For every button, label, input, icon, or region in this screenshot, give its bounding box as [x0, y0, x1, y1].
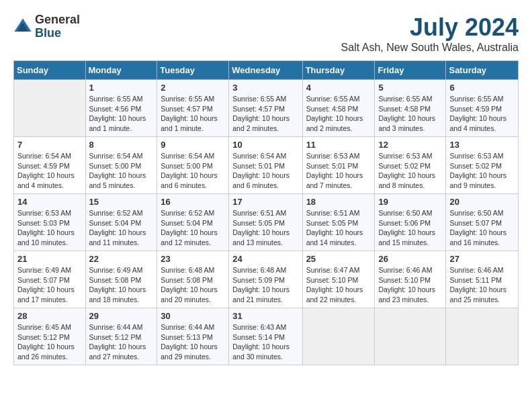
day-number: 7 [17, 140, 82, 150]
day-info: Sunrise: 6:55 AM Sunset: 4:56 PM Dayligh… [89, 94, 154, 134]
day-info: Sunrise: 6:55 AM Sunset: 4:57 PM Dayligh… [232, 94, 298, 134]
day-number: 24 [232, 254, 298, 264]
calendar-cell: 29Sunrise: 6:44 AM Sunset: 5:12 PM Dayli… [85, 308, 157, 365]
calendar-cell [302, 308, 375, 365]
calendar-cell: 15Sunrise: 6:52 AM Sunset: 5:04 PM Dayli… [85, 194, 157, 251]
logo-general: General [35, 13, 80, 27]
day-number: 19 [378, 197, 442, 207]
day-number: 11 [306, 140, 371, 150]
month-title: July 2024 [341, 13, 519, 42]
day-number: 26 [378, 254, 442, 264]
calendar-cell: 16Sunrise: 6:52 AM Sunset: 5:04 PM Dayli… [157, 194, 229, 251]
logo-text: General Blue [35, 13, 80, 40]
calendar-cell: 27Sunrise: 6:46 AM Sunset: 5:11 PM Dayli… [446, 251, 519, 308]
day-info: Sunrise: 6:43 AM Sunset: 5:14 PM Dayligh… [232, 322, 298, 362]
day-info: Sunrise: 6:48 AM Sunset: 5:08 PM Dayligh… [161, 265, 225, 305]
day-number: 8 [89, 140, 154, 150]
day-info: Sunrise: 6:45 AM Sunset: 5:12 PM Dayligh… [17, 322, 82, 362]
calendar-cell: 21Sunrise: 6:49 AM Sunset: 5:07 PM Dayli… [14, 251, 86, 308]
page-header: General Blue July 2024 Salt Ash, New Sou… [13, 13, 519, 54]
calendar-cell: 28Sunrise: 6:45 AM Sunset: 5:12 PM Dayli… [14, 308, 86, 365]
header-monday: Monday [85, 61, 157, 80]
calendar-cell: 17Sunrise: 6:51 AM Sunset: 5:05 PM Dayli… [229, 194, 302, 251]
calendar-cell: 7Sunrise: 6:54 AM Sunset: 4:59 PM Daylig… [14, 137, 86, 194]
day-info: Sunrise: 6:54 AM Sunset: 4:59 PM Dayligh… [17, 151, 82, 191]
header-wednesday: Wednesday [229, 61, 302, 80]
day-number: 30 [161, 311, 225, 321]
week-row-3: 14Sunrise: 6:53 AM Sunset: 5:03 PM Dayli… [14, 194, 519, 251]
calendar-cell: 25Sunrise: 6:47 AM Sunset: 5:10 PM Dayli… [302, 251, 375, 308]
day-info: Sunrise: 6:52 AM Sunset: 5:04 PM Dayligh… [161, 208, 225, 248]
day-info: Sunrise: 6:49 AM Sunset: 5:07 PM Dayligh… [17, 265, 82, 305]
logo-blue: Blue [35, 27, 80, 40]
day-number: 29 [89, 311, 154, 321]
day-number: 17 [232, 197, 298, 207]
calendar-table: SundayMondayTuesdayWednesdayThursdayFrid… [13, 60, 519, 365]
calendar-cell: 13Sunrise: 6:53 AM Sunset: 5:02 PM Dayli… [446, 137, 519, 194]
day-number: 13 [449, 140, 515, 150]
calendar-cell: 2Sunrise: 6:55 AM Sunset: 4:57 PM Daylig… [157, 80, 229, 137]
header-friday: Friday [375, 61, 446, 80]
day-info: Sunrise: 6:51 AM Sunset: 5:05 PM Dayligh… [306, 208, 371, 248]
day-number: 14 [17, 197, 82, 207]
calendar-cell: 3Sunrise: 6:55 AM Sunset: 4:57 PM Daylig… [229, 80, 302, 137]
header-tuesday: Tuesday [157, 61, 229, 80]
calendar-cell: 5Sunrise: 6:55 AM Sunset: 4:58 PM Daylig… [375, 80, 446, 137]
title-block: July 2024 Salt Ash, New South Wales, Aus… [341, 13, 519, 54]
calendar-cell: 23Sunrise: 6:48 AM Sunset: 5:08 PM Dayli… [157, 251, 229, 308]
week-row-2: 7Sunrise: 6:54 AM Sunset: 4:59 PM Daylig… [14, 137, 519, 194]
calendar-cell: 10Sunrise: 6:54 AM Sunset: 5:01 PM Dayli… [229, 137, 302, 194]
calendar-cell: 14Sunrise: 6:53 AM Sunset: 5:03 PM Dayli… [14, 194, 86, 251]
day-info: Sunrise: 6:54 AM Sunset: 5:01 PM Dayligh… [232, 151, 298, 191]
header-thursday: Thursday [302, 61, 375, 80]
calendar-cell: 9Sunrise: 6:54 AM Sunset: 5:00 PM Daylig… [157, 137, 229, 194]
calendar-cell: 24Sunrise: 6:48 AM Sunset: 5:09 PM Dayli… [229, 251, 302, 308]
calendar-cell: 4Sunrise: 6:55 AM Sunset: 4:58 PM Daylig… [302, 80, 375, 137]
day-info: Sunrise: 6:54 AM Sunset: 5:00 PM Dayligh… [161, 151, 225, 191]
day-number: 23 [161, 254, 225, 264]
calendar-cell [14, 80, 86, 137]
day-number: 12 [378, 140, 442, 150]
day-info: Sunrise: 6:54 AM Sunset: 5:00 PM Dayligh… [89, 151, 154, 191]
calendar-cell [446, 308, 519, 365]
day-info: Sunrise: 6:53 AM Sunset: 5:02 PM Dayligh… [449, 151, 515, 191]
day-info: Sunrise: 6:46 AM Sunset: 5:10 PM Dayligh… [378, 265, 442, 305]
day-info: Sunrise: 6:55 AM Sunset: 4:58 PM Dayligh… [306, 94, 371, 134]
day-number: 10 [232, 140, 298, 150]
day-info: Sunrise: 6:44 AM Sunset: 5:12 PM Dayligh… [89, 322, 154, 362]
day-info: Sunrise: 6:46 AM Sunset: 5:11 PM Dayligh… [449, 265, 515, 305]
day-info: Sunrise: 6:50 AM Sunset: 5:07 PM Dayligh… [449, 208, 515, 248]
day-info: Sunrise: 6:51 AM Sunset: 5:05 PM Dayligh… [232, 208, 298, 248]
day-number: 20 [449, 197, 515, 207]
day-number: 28 [17, 311, 82, 321]
day-number: 31 [232, 311, 298, 321]
day-number: 1 [89, 83, 154, 93]
day-info: Sunrise: 6:48 AM Sunset: 5:09 PM Dayligh… [232, 265, 298, 305]
calendar-cell: 20Sunrise: 6:50 AM Sunset: 5:07 PM Dayli… [446, 194, 519, 251]
day-number: 16 [161, 197, 225, 207]
header-row: SundayMondayTuesdayWednesdayThursdayFrid… [14, 61, 519, 80]
calendar-cell: 19Sunrise: 6:50 AM Sunset: 5:06 PM Dayli… [375, 194, 446, 251]
week-row-5: 28Sunrise: 6:45 AM Sunset: 5:12 PM Dayli… [14, 308, 519, 365]
day-number: 4 [306, 83, 371, 93]
day-info: Sunrise: 6:53 AM Sunset: 5:02 PM Dayligh… [378, 151, 442, 191]
logo-icon [13, 17, 32, 36]
calendar-cell: 11Sunrise: 6:53 AM Sunset: 5:01 PM Dayli… [302, 137, 375, 194]
day-info: Sunrise: 6:49 AM Sunset: 5:08 PM Dayligh… [89, 265, 154, 305]
calendar-cell: 1Sunrise: 6:55 AM Sunset: 4:56 PM Daylig… [85, 80, 157, 137]
calendar-cell: 22Sunrise: 6:49 AM Sunset: 5:08 PM Dayli… [85, 251, 157, 308]
day-info: Sunrise: 6:55 AM Sunset: 4:59 PM Dayligh… [449, 94, 515, 134]
day-number: 9 [161, 140, 225, 150]
day-number: 15 [89, 197, 154, 207]
location-title: Salt Ash, New South Wales, Australia [341, 42, 519, 54]
day-info: Sunrise: 6:52 AM Sunset: 5:04 PM Dayligh… [89, 208, 154, 248]
calendar-cell: 30Sunrise: 6:44 AM Sunset: 5:13 PM Dayli… [157, 308, 229, 365]
day-number: 18 [306, 197, 371, 207]
day-info: Sunrise: 6:53 AM Sunset: 5:03 PM Dayligh… [17, 208, 82, 248]
day-info: Sunrise: 6:55 AM Sunset: 4:57 PM Dayligh… [161, 94, 225, 134]
day-number: 21 [17, 254, 82, 264]
day-number: 22 [89, 254, 154, 264]
day-number: 2 [161, 83, 225, 93]
day-info: Sunrise: 6:53 AM Sunset: 5:01 PM Dayligh… [306, 151, 371, 191]
day-number: 27 [449, 254, 515, 264]
